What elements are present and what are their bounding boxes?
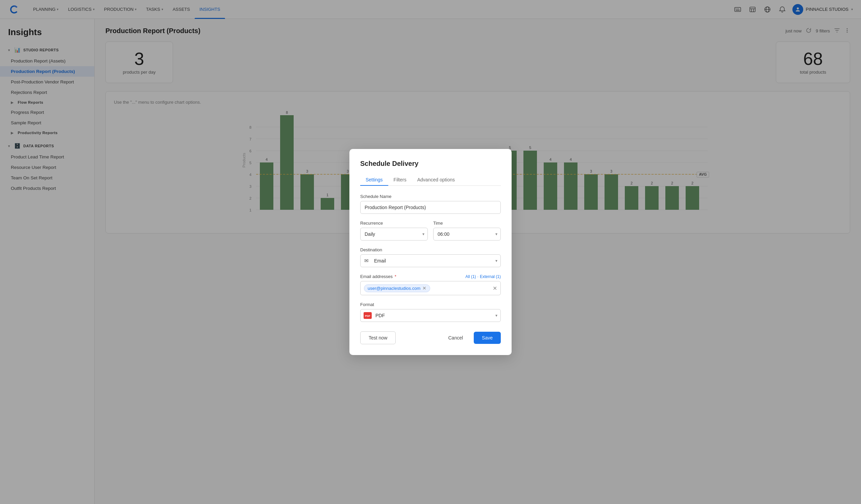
email-tags-clear-icon[interactable]: ✕ [493, 285, 497, 292]
modal-tabs: Settings Filters Advanced options [360, 174, 501, 186]
modal-footer-right: Cancel Save [440, 332, 501, 344]
recurrence-label: Recurrence [360, 221, 428, 226]
recurrence-select-wrap: Daily Weekly Monthly ▾ [360, 228, 428, 240]
schedule-name-label: Schedule Name [360, 194, 501, 199]
svg-text:PDF: PDF [365, 314, 370, 318]
tab-advanced-options[interactable]: Advanced options [412, 174, 460, 186]
email-tags-input[interactable]: user@pinnaclestudios.com ✕ ✕ [360, 281, 501, 295]
destination-group: Destination ✉ Email Slack ▾ [360, 247, 501, 267]
time-group: Time 06:00 07:00 08:00 09:00 ▾ [433, 221, 501, 240]
pdf-icon: PDF [364, 312, 372, 319]
destination-select-wrap: ✉ Email Slack ▾ [360, 254, 501, 267]
recurrence-select[interactable]: Daily Weekly Monthly [360, 228, 428, 240]
modal-footer: Test now Cancel Save [360, 331, 501, 344]
recurrence-group: Recurrence Daily Weekly Monthly ▾ [360, 221, 428, 240]
time-select[interactable]: 06:00 07:00 08:00 09:00 [433, 228, 501, 240]
recurrence-time-row: Recurrence Daily Weekly Monthly ▾ Time 0… [360, 221, 501, 247]
format-select-wrap: PDF PDF CSV Excel ▾ [360, 309, 501, 322]
email-destination-icon: ✉ [364, 258, 369, 264]
modal-title: Schedule Delivery [360, 160, 501, 168]
modal-overlay[interactable]: Schedule Delivery Settings Filters Advan… [0, 0, 861, 504]
destination-select[interactable]: Email Slack [360, 254, 501, 267]
destination-label: Destination [360, 247, 501, 252]
cancel-button[interactable]: Cancel [440, 332, 471, 344]
email-all-link[interactable]: All (1) [465, 274, 476, 279]
save-button[interactable]: Save [474, 332, 501, 344]
email-addresses-label: Email addresses * [360, 274, 396, 279]
schedule-name-input[interactable] [360, 201, 501, 214]
schedule-delivery-modal: Schedule Delivery Settings Filters Advan… [350, 149, 511, 355]
test-now-button[interactable]: Test now [360, 331, 396, 344]
time-select-wrap: 06:00 07:00 08:00 09:00 ▾ [433, 228, 501, 240]
time-label: Time [433, 221, 501, 226]
email-addresses-group: Email addresses * All (1) · External (1) [360, 274, 501, 295]
tab-settings[interactable]: Settings [360, 174, 388, 186]
email-external-link[interactable]: External (1) [480, 274, 501, 279]
email-tag: user@pinnaclestudios.com ✕ [364, 284, 430, 292]
tab-filters[interactable]: Filters [388, 174, 412, 186]
format-group: Format PDF PDF CSV Excel ▾ [360, 302, 501, 322]
schedule-name-group: Schedule Name [360, 194, 501, 214]
email-tag-value: user@pinnaclestudios.com [368, 286, 420, 291]
format-select[interactable]: PDF CSV Excel [360, 309, 501, 322]
format-label: Format [360, 302, 501, 307]
email-tag-remove[interactable]: ✕ [422, 286, 426, 291]
email-field-header: Email addresses * All (1) · External (1) [360, 274, 501, 279]
email-links: All (1) · External (1) [465, 274, 501, 279]
